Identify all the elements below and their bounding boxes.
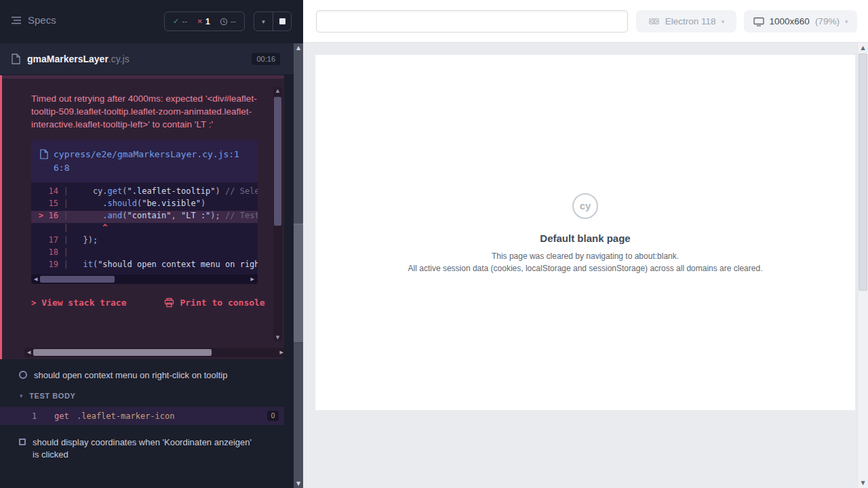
- error-hscrollbar-thumb[interactable]: [33, 349, 212, 356]
- test-item-pending[interactable]: should display coordinates when 'Koordin…: [0, 432, 284, 466]
- gutter-divider: |: [58, 223, 73, 235]
- code-line: 18|: [31, 247, 258, 260]
- viewport-select[interactable]: 1000x660 (79%) ▾: [744, 10, 857, 33]
- command-name: get: [54, 411, 77, 421]
- scroll-down-icon[interactable]: ▼: [858, 480, 868, 486]
- line-number: 17: [43, 235, 58, 247]
- viewport-icon: [753, 17, 764, 26]
- electron-browser-icon: [648, 16, 660, 26]
- error-hscrollbar[interactable]: ◀ ▶: [24, 348, 284, 357]
- scroll-up-icon[interactable]: ▲: [858, 45, 868, 51]
- code-frame-file-link[interactable]: cypress/e2e/gmaMarkersLayer.cy.js:16:8: [31, 140, 258, 182]
- gutter-divider: |: [58, 211, 73, 223]
- error-vscrollbar-thumb[interactable]: [274, 97, 281, 226]
- browser-select[interactable]: Electron 118 ▾: [636, 10, 736, 33]
- viewport-scale: (79%): [815, 16, 840, 26]
- test-list: should open context menu on right-click …: [0, 365, 284, 466]
- scroll-right-icon[interactable]: ▶: [280, 348, 283, 357]
- test-body-label: TEST BODY: [29, 392, 75, 400]
- code-text: .and("contain", "LT :"); // Test: [73, 211, 258, 223]
- test-stats: ✓ -- ✕ 1 --: [164, 12, 245, 31]
- code-frame-hscrollbar[interactable]: ◀ ▶: [31, 274, 258, 284]
- code-line: >16| .and("contain", "LT :"); // Test: [31, 211, 258, 223]
- test-title: should display coordinates when 'Koordin…: [33, 436, 252, 461]
- code-line: 15| .should("be.visible"): [31, 199, 258, 211]
- gutter-divider: |: [58, 235, 73, 247]
- view-stack-trace-link[interactable]: > View stack trace: [31, 298, 126, 308]
- chevron-right-icon: >: [31, 298, 36, 308]
- viewport-size: 1000x660: [770, 16, 810, 26]
- command-number: 1: [32, 411, 54, 421]
- url-input[interactable]: [316, 10, 628, 33]
- chevron-down-icon: ▾: [262, 18, 265, 25]
- spec-file-icon: [11, 54, 20, 64]
- code-pointer-icon: [31, 186, 43, 199]
- check-icon: ✓: [173, 17, 179, 26]
- file-icon: [39, 149, 48, 159]
- code-pointer-icon: [31, 199, 43, 211]
- command-message: .leaflet-marker-icon: [77, 411, 175, 421]
- reporter-panel: Specs ✓ -- ✕ 1 --: [0, 0, 294, 488]
- code-text: .should("be.visible"): [73, 199, 205, 211]
- code-pointer-icon: >: [31, 211, 43, 223]
- scroll-right-icon[interactable]: ▶: [251, 274, 254, 284]
- gutter-divider: |: [58, 199, 73, 211]
- stop-run-button[interactable]: [273, 12, 291, 30]
- spec-header[interactable]: gmaMarkersLayer.cy.js 00:16: [0, 43, 294, 75]
- code-line: 19| it("should open context menu on righ: [31, 260, 258, 272]
- error-panel-top-strip: [2, 75, 284, 79]
- code-pointer-icon: [31, 247, 43, 260]
- scroll-left-icon[interactable]: ◀: [27, 348, 31, 357]
- code-frame-path: cypress/e2e/gmaMarkersLayer.cy.js:16:8: [54, 148, 250, 175]
- cypress-logo: cy: [572, 193, 598, 219]
- print-to-console-button[interactable]: Print to console: [164, 298, 264, 308]
- blank-page-message: This page was cleared by navigating to a…: [315, 251, 855, 261]
- main-scrollbar[interactable]: ▲ ▼: [857, 43, 868, 488]
- specs-list-icon: [11, 16, 22, 25]
- aut-frame: cy Default blank page This page was clea…: [315, 55, 855, 410]
- test-running-icon: [19, 371, 27, 379]
- reporter-scrollbar-thumb[interactable]: [294, 224, 303, 343]
- cypress-app: Specs ✓ -- ✕ 1 --: [0, 0, 868, 488]
- scroll-up-icon[interactable]: ▲: [294, 45, 303, 51]
- test-body-section[interactable]: ▾ TEST BODY: [0, 386, 284, 405]
- scroll-down-icon[interactable]: ▼: [294, 481, 303, 487]
- specs-menu-button[interactable]: Specs: [11, 14, 56, 26]
- gutter-divider: |: [58, 247, 73, 260]
- code-pointer-icon: [31, 235, 43, 247]
- gutter-divider: |: [58, 186, 73, 199]
- error-vscrollbar[interactable]: ▲ ▼: [273, 87, 282, 342]
- code-line: 14| cy.get(".leaflet-tooltip") // Sele: [31, 186, 258, 199]
- command-log-row[interactable]: 1 get .leaflet-marker-icon 0: [0, 407, 284, 425]
- command-count-badge: 0: [267, 411, 279, 421]
- code-text: cy.get(".leaflet-tooltip") // Sele: [73, 186, 258, 199]
- line-number: [43, 223, 58, 235]
- line-number: 15: [43, 199, 58, 211]
- collapse-reporter-button[interactable]: ▾: [254, 12, 273, 30]
- test-item-active[interactable]: should open context menu on right-click …: [0, 365, 284, 386]
- stop-icon: [279, 18, 285, 24]
- chevron-down-icon: ▾: [845, 18, 848, 25]
- scroll-down-icon[interactable]: ▼: [273, 335, 282, 340]
- code-line: | ^: [31, 223, 258, 235]
- stage: cy Default blank page This page was clea…: [303, 43, 868, 488]
- line-number: 19: [43, 260, 58, 272]
- code-frame-hscrollbar-thumb[interactable]: [40, 276, 115, 283]
- reporter-header: Specs ✓ -- ✕ 1 --: [0, 0, 294, 43]
- scroll-up-icon[interactable]: ▲: [273, 88, 282, 94]
- code-pointer-icon: [31, 260, 43, 272]
- error-panel: Timed out retrying after 4000ms: expecte…: [0, 75, 284, 359]
- main-scrollbar-thumb[interactable]: [859, 54, 867, 291]
- chevron-down-icon: ▾: [722, 18, 725, 25]
- code-pointer-icon: [31, 223, 43, 235]
- runner-main: Electron 118 ▾ 1000x660 (79%) ▾ cy Defau…: [303, 0, 868, 488]
- clock-icon: [220, 18, 228, 26]
- spec-name: gmaMarkersLayer.cy.js: [27, 54, 130, 64]
- reporter-scrollbar[interactable]: ▲ ▼: [294, 43, 303, 488]
- run-controls: ▾: [254, 12, 292, 31]
- specs-label: Specs: [28, 14, 56, 26]
- stat-pending: --: [220, 17, 236, 26]
- scroll-left-icon[interactable]: ◀: [34, 274, 37, 284]
- code-text: it("should open context menu on righ: [73, 260, 258, 272]
- code-text: });: [73, 235, 98, 247]
